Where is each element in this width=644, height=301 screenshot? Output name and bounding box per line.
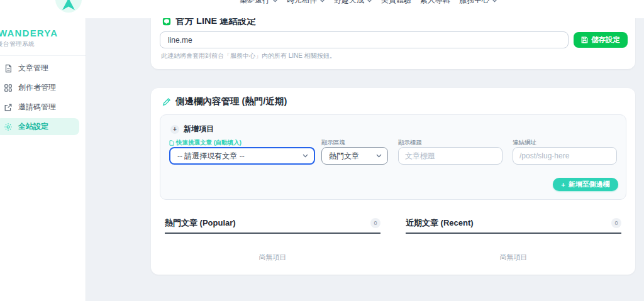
recent-list-header: 近期文章 (Recent) 0 (406, 217, 621, 234)
recent-list: 近期文章 (Recent) 0 尚無項目 (406, 217, 621, 262)
sidebar-item-articles[interactable]: 文章管理 (0, 60, 79, 77)
brand-subtitle: 後台管理系統 (0, 40, 35, 48)
nav-item-2[interactable]: 野趣天成 (334, 0, 372, 5)
sidebar-content-card: 側邊欄內容管理 (熱門/近期) + 新增項目 快速挑選文章 (自動填入) 顯示區… (151, 88, 635, 275)
card-title-row: 側邊欄內容管理 (熱門/近期) (162, 96, 287, 107)
sidebar-item-creators[interactable]: 創作者管理 (0, 79, 79, 96)
line-url-input[interactable] (160, 31, 569, 48)
popular-list: 熱門文章 (Popular) 0 尚無項目 (165, 217, 380, 262)
nav-item-3[interactable]: 美質體驗 (381, 0, 411, 5)
nav-item-5[interactable]: 服務中心 (459, 0, 497, 5)
nav-item-0[interactable]: 築夢遠行 (240, 0, 278, 5)
add-to-sidebar-button[interactable]: + 新增至側邊欄 (553, 178, 618, 191)
display-title-input[interactable] (398, 147, 502, 165)
chevron-down-icon (303, 154, 308, 158)
card-title: 側邊欄內容管理 (熱門/近期) (175, 96, 287, 107)
popular-empty-text: 尚無項目 (165, 253, 380, 262)
pencil-icon (162, 97, 171, 106)
quick-pick-label: 快速挑選文章 (自動填入) (169, 139, 242, 147)
line-helper-text: 此連結將會套用到前台「服務中心」內的所有 LINE 相關按鈕。 (161, 52, 336, 60)
plus-icon: + (170, 125, 179, 134)
add-button-label: 新增至側邊欄 (569, 180, 610, 189)
nav-item-4[interactable]: 素人專輯 (420, 0, 450, 5)
document-icon (4, 64, 13, 73)
sidebar-item-label: 創作者管理 (18, 82, 56, 93)
external-link-icon (4, 103, 13, 112)
sidebar-item-label: 文章管理 (18, 63, 48, 74)
quick-pick-label-text: 快速挑選文章 (自動填入) (176, 139, 242, 147)
chevron-down-icon (272, 0, 278, 3)
popular-list-header: 熱門文章 (Popular) 0 (165, 217, 380, 234)
add-item-title-row: + 新增項目 (170, 124, 214, 134)
add-item-panel: + 新增項目 快速挑選文章 (自動填入) 顯示區塊 顯示標題 連結網址 -- 請… (160, 114, 626, 200)
nav-label: 野趣天成 (334, 0, 364, 6)
nav-label: 素人專輯 (420, 0, 450, 6)
nav-label: 築夢遠行 (240, 0, 270, 6)
popular-list-title: 熱門文章 (Popular) (165, 217, 236, 229)
top-navbar: 築夢遠行 時光相伴 野趣天成 美質體驗 素人專輯 服務中心 (0, 0, 644, 18)
grid-icon (4, 84, 13, 92)
quick-pick-select[interactable]: -- 請選擇現有文章 -- (169, 147, 315, 165)
save-icon (581, 36, 588, 43)
sidebar-menu: 文章管理 創作者管理 邀請碼管理 全站設定 (0, 60, 79, 138)
site-logo[interactable] (55, 0, 82, 13)
chevron-down-icon (319, 0, 325, 3)
quick-pick-value: -- 請選擇現有文章 -- (177, 151, 245, 161)
add-item-title: 新增項目 (184, 124, 214, 134)
sidebar-divider (0, 55, 86, 56)
recent-list-title: 近期文章 (Recent) (406, 217, 474, 229)
chevron-down-icon (376, 154, 382, 158)
link-url-input[interactable] (513, 147, 617, 165)
block-label: 顯示區塊 (321, 139, 345, 147)
nav-label: 時光相伴 (287, 0, 317, 6)
sidebar-item-label: 全站設定 (18, 121, 48, 132)
chevron-down-icon (492, 0, 497, 3)
save-button-label: 儲存設定 (591, 35, 620, 45)
document-small-icon (169, 140, 174, 146)
admin-sidebar: WANDERYA 後台管理系統 文章管理 創作者管理 邀請碼管理 全站設定 (0, 18, 86, 301)
sidebar-item-site-settings[interactable]: 全站設定 (0, 118, 79, 135)
save-settings-button[interactable]: 儲存設定 (574, 32, 628, 48)
block-select[interactable]: 熱門文章 (321, 147, 388, 165)
chevron-down-icon (367, 0, 372, 3)
site-nav: 築夢遠行 時光相伴 野趣天成 美質體驗 素人專輯 服務中心 (240, 0, 497, 5)
block-value: 熱門文章 (329, 151, 359, 161)
gear-icon (4, 123, 13, 131)
plus-icon: + (561, 181, 565, 189)
url-label: 連結網址 (513, 139, 536, 147)
recent-empty-text: 尚無項目 (406, 253, 621, 262)
brand-name: WANDERYA (0, 28, 58, 38)
sidebar-item-invite-codes[interactable]: 邀請碼管理 (0, 99, 79, 116)
recent-count-badge: 0 (611, 218, 621, 228)
popular-count-badge: 0 (370, 218, 380, 228)
nav-item-1[interactable]: 時光相伴 (287, 0, 325, 5)
title-label: 顯示標題 (398, 139, 422, 147)
sidebar-item-label: 邀請碼管理 (18, 102, 56, 112)
paper-plane-icon (61, 0, 76, 11)
nav-label: 美質體驗 (381, 0, 411, 6)
nav-label: 服務中心 (459, 0, 489, 6)
